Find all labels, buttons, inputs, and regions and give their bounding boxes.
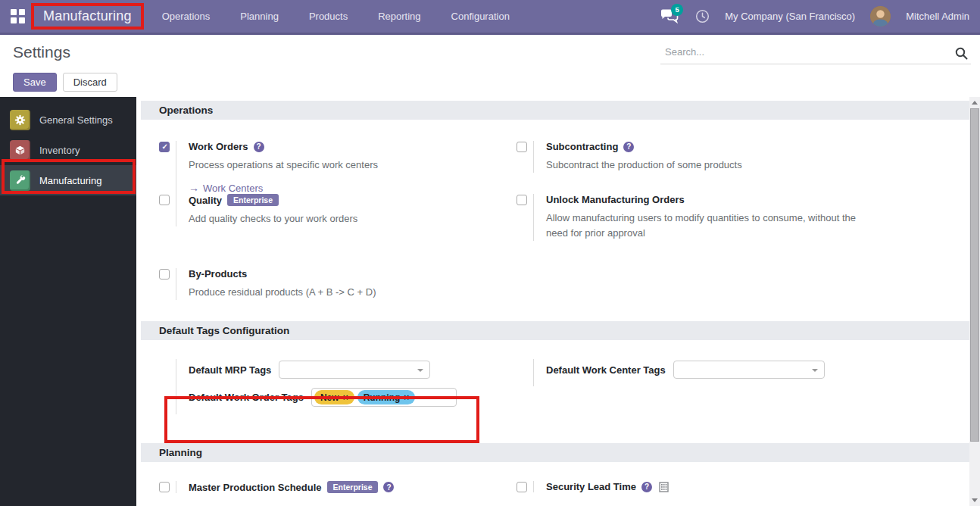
setting-label[interactable]: Quality	[189, 195, 222, 206]
search-box	[660, 42, 971, 64]
avatar-image	[870, 6, 891, 27]
settings-row: Quality Enterprise Add quality checks to…	[136, 194, 969, 268]
setting-work-orders: Work Orders Process operations at specif…	[159, 141, 517, 194]
company-building-icon	[659, 482, 669, 492]
by-products-checkbox[interactable]	[159, 269, 170, 280]
setting-subcontracting: Subcontracting Subcontract the productio…	[517, 141, 969, 173]
setting-description: Produce residual products (A + B -> C + …	[189, 285, 507, 300]
navbar-right: 5 My Company (San Francisco) Mitchell Ad…	[660, 6, 969, 27]
apps-menu-icon[interactable]	[11, 9, 25, 23]
remove-tag-icon[interactable]	[343, 392, 348, 403]
search-input[interactable]	[660, 42, 971, 64]
setting-label[interactable]: Work Orders	[189, 141, 248, 152]
setting-security-lead-time: Security Lead Time	[517, 481, 969, 492]
gear-icon	[10, 110, 30, 130]
remove-tag-icon[interactable]	[404, 392, 409, 403]
app-name[interactable]: Manufacturing	[43, 8, 132, 23]
tag-running[interactable]: Running	[357, 390, 416, 404]
sidebar-item-label: General Settings	[39, 114, 113, 126]
messages-count-badge: 5	[671, 4, 683, 16]
vertical-scrollbar[interactable]	[969, 97, 980, 506]
subcontracting-checkbox[interactable]	[517, 142, 527, 152]
settings-row: By-Products Produce residual products (A…	[136, 268, 969, 317]
setting-unlock-manufacturing-orders: Unlock Manufacturing Orders Allow manufa…	[517, 194, 969, 241]
setting-label[interactable]: Subcontracting	[546, 141, 618, 152]
setting-default-work-center-tags: Default Work Center Tags	[517, 359, 969, 386]
settings-row: Default Work Order Tags New Running	[136, 386, 969, 414]
default-work-center-tags-input[interactable]	[673, 361, 825, 379]
quality-checkbox[interactable]	[159, 195, 170, 205]
sidebar-item-inventory[interactable]: Inventory	[0, 135, 136, 165]
help-icon	[254, 142, 264, 152]
help-icon	[623, 142, 634, 152]
top-navbar: Manufacturing Operations Planning Produc…	[0, 0, 980, 35]
tag-new[interactable]: New	[314, 390, 354, 404]
section-header-default-tags: Default Tags Configuration	[141, 321, 969, 340]
field-label: Default MRP Tags	[189, 364, 271, 376]
settings-sidebar: General Settings Inventory Manufacturing	[0, 97, 136, 506]
nav-menu-products[interactable]: Products	[309, 11, 348, 22]
help-icon	[383, 482, 394, 492]
work-orders-checkbox[interactable]	[159, 142, 170, 152]
chevron-down-icon[interactable]	[444, 396, 450, 399]
control-panel: Settings Save Discard	[0, 35, 980, 97]
section-header-planning: Planning	[141, 443, 969, 462]
settings-content: Operations Work Orders Process operation…	[136, 97, 969, 506]
page-title: Settings	[13, 43, 70, 61]
messages-button[interactable]: 5	[660, 8, 680, 25]
default-mrp-tags-input[interactable]	[279, 361, 430, 379]
scroll-up-arrow[interactable]	[969, 97, 980, 108]
nav-menus: Operations Planning Products Reporting C…	[162, 11, 510, 22]
setting-label[interactable]: Security Lead Time	[546, 481, 636, 492]
setting-label[interactable]: Master Production Schedule	[189, 482, 322, 493]
field-label: Default Work Order Tags	[189, 392, 304, 403]
setting-by-products: By-Products Produce residual products (A…	[159, 268, 517, 300]
settings-row: Default MRP Tags Default Work Center Tag…	[136, 340, 969, 386]
setting-description: Process operations at specific work cent…	[189, 158, 507, 173]
search-icon[interactable]	[955, 47, 968, 60]
nav-menu-reporting[interactable]: Reporting	[378, 11, 420, 22]
arrow-right-icon	[189, 182, 199, 194]
security-lead-time-checkbox[interactable]	[517, 482, 527, 492]
activities-clock-icon[interactable]	[695, 9, 710, 23]
company-switcher[interactable]: My Company (San Francisco)	[725, 11, 855, 22]
setting-description: Add quality checks to your work orders	[189, 211, 507, 226]
chevron-down-icon[interactable]	[417, 369, 423, 372]
enterprise-badge: Enterprise	[327, 481, 379, 493]
control-panel-buttons: Save Discard	[13, 73, 117, 92]
sidebar-item-general-settings[interactable]: General Settings	[0, 105, 136, 135]
default-work-order-tags-input[interactable]: New Running	[311, 388, 457, 407]
setting-master-production-schedule: Master Production Schedule Enterprise	[159, 481, 517, 493]
mps-checkbox[interactable]	[159, 482, 170, 492]
scrollbar-thumb[interactable]	[970, 108, 979, 442]
sidebar-item-label: Manufacturing	[39, 175, 101, 186]
setting-default-mrp-tags: Default MRP Tags	[159, 359, 517, 386]
help-icon	[641, 482, 652, 492]
user-avatar[interactable]	[870, 6, 891, 27]
sidebar-item-manufacturing[interactable]: Manufacturing	[0, 165, 136, 195]
nav-menu-configuration[interactable]: Configuration	[451, 11, 510, 22]
setting-quality: Quality Enterprise Add quality checks to…	[159, 194, 517, 226]
wrench-icon	[10, 170, 30, 191]
settings-row: Master Production Schedule Enterprise Se…	[136, 462, 969, 493]
user-menu[interactable]: Mitchell Admin	[906, 11, 969, 22]
setting-description: Subcontract the production of some produ…	[546, 158, 864, 173]
app-title-annotation-box: Manufacturing	[31, 3, 144, 30]
setting-default-work-order-tags: Default Work Order Tags New Running	[159, 386, 517, 414]
box-icon	[10, 140, 30, 161]
setting-description: Allow manufacturing users to modify quan…	[546, 211, 864, 241]
setting-label[interactable]: Unlock Manufacturing Orders	[546, 194, 685, 205]
nav-menu-planning[interactable]: Planning	[240, 11, 279, 22]
scroll-down-arrow[interactable]	[969, 495, 980, 506]
nav-menu-operations[interactable]: Operations	[162, 11, 211, 22]
setting-label[interactable]: By-Products	[189, 268, 247, 280]
chevron-down-icon[interactable]	[812, 369, 818, 372]
save-button[interactable]: Save	[13, 73, 57, 92]
enterprise-badge: Enterprise	[227, 194, 279, 206]
discard-button[interactable]: Discard	[63, 73, 117, 92]
settings-row: Work Orders Process operations at specif…	[136, 120, 969, 194]
section-header-operations: Operations	[141, 101, 969, 120]
unlock-mo-checkbox[interactable]	[517, 195, 527, 205]
work-centers-link[interactable]: Work Centers	[189, 182, 517, 194]
field-label: Default Work Center Tags	[546, 364, 666, 376]
